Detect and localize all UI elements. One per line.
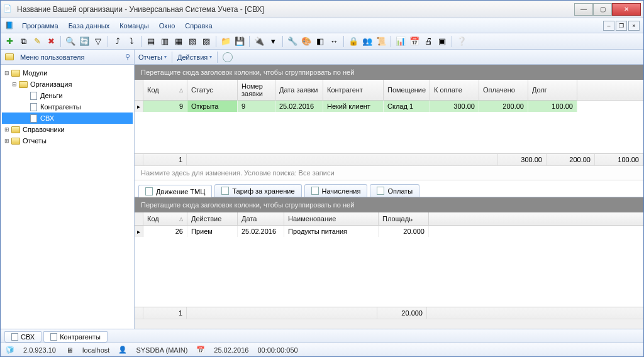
menu-commands[interactable]: Команды xyxy=(114,20,154,31)
detail-grid-empty xyxy=(135,237,643,307)
mdi-close-button[interactable]: × xyxy=(628,21,640,31)
main-toolbar: ✚ ⧉ ✎ ✖ 🔍 🔄 ▽ ⤴ ⤵ ▤ ▥ ▦ ▧ ▨ 📁 💾 🔌 ▾ 🔧 🎨 … xyxy=(1,33,643,50)
mdi-tab-contractors[interactable]: Контрагенты xyxy=(43,331,108,343)
col-debt[interactable]: Долг xyxy=(528,80,577,100)
detail-group-hint[interactable]: Перетащите сюда заголовок колонки, чтобы… xyxy=(135,197,643,212)
chart-icon[interactable]: 📊 xyxy=(394,35,407,48)
tree-label: Модули xyxy=(23,69,47,77)
tab-payments[interactable]: Оплаты xyxy=(370,184,419,197)
save-icon[interactable]: 💾 xyxy=(233,35,246,48)
menu-database[interactable]: База данных xyxy=(64,20,115,31)
tree-references[interactable]: ⊞Справочники xyxy=(2,124,133,135)
minimize-button[interactable]: — xyxy=(574,3,593,16)
color-icon[interactable]: ◧ xyxy=(314,35,326,48)
menu-program[interactable]: Программа xyxy=(17,20,64,31)
tree-organization[interactable]: ⊟Организация xyxy=(2,79,133,90)
dcol-date[interactable]: Дата xyxy=(238,212,284,225)
doc-icon xyxy=(377,187,384,195)
table-row[interactable]: ▸ 9 Открыта 9 25.02.2016 Некий клиент Ск… xyxy=(135,101,643,112)
folder-icon xyxy=(4,53,14,62)
row-selector-header xyxy=(135,212,143,225)
resize-icon[interactable]: ↔ xyxy=(328,35,340,48)
wrench-icon[interactable]: 🔧 xyxy=(286,35,299,48)
mdi-tab-svh[interactable]: СВХ xyxy=(4,331,42,343)
col-status[interactable]: Статус xyxy=(187,80,238,100)
filter-icon[interactable]: ▽ xyxy=(92,35,104,48)
dsum-area: 20.000 xyxy=(377,307,427,319)
col-date[interactable]: Дата заявки xyxy=(275,80,323,100)
group-hint[interactable]: Перетащите сюда заголовок колонки, чтобы… xyxy=(135,65,643,80)
tree-svh[interactable]: СВХ xyxy=(2,113,133,124)
tab-movement[interactable]: Движение ТМЦ xyxy=(138,185,212,197)
edit-icon[interactable]: ✎ xyxy=(31,35,43,48)
grid4-icon[interactable]: ▧ xyxy=(186,35,199,48)
search-condition[interactable]: Нажмите здесь для изменения. Условие пои… xyxy=(135,165,643,180)
palette-icon[interactable]: 🎨 xyxy=(300,35,313,48)
grid5-icon[interactable]: ▨ xyxy=(200,35,213,48)
col-number[interactable]: Номер заявки xyxy=(238,80,275,100)
dcell-code: 26 xyxy=(143,226,187,237)
menu-window[interactable]: Окно xyxy=(154,20,180,31)
sum-topay: 300.00 xyxy=(497,154,547,165)
status-time: 00:00:00:050 xyxy=(257,346,297,354)
tab-tariff[interactable]: Тариф за хранение xyxy=(214,184,301,197)
doc-icon xyxy=(221,187,229,195)
dcol-area[interactable]: Площадь xyxy=(379,212,429,225)
cell-debt: 100.00 xyxy=(528,101,577,112)
tree-modules[interactable]: ⊟Модули xyxy=(2,67,133,79)
grid3-icon[interactable]: ▦ xyxy=(172,35,185,48)
app-menu-icon[interactable]: 📘 xyxy=(4,20,15,31)
clock-icon[interactable] xyxy=(223,52,233,62)
export-icon[interactable]: ⤴ xyxy=(111,35,124,48)
grid1-icon[interactable]: ▤ xyxy=(145,35,157,48)
col-contractor[interactable]: Контрагент xyxy=(323,80,384,100)
col-paid[interactable]: Оплачено xyxy=(479,80,528,100)
col-room[interactable]: Помещение xyxy=(384,80,430,100)
col-topay[interactable]: К оплате xyxy=(430,80,479,100)
dcol-code[interactable]: Код△ xyxy=(143,212,187,225)
grid2-icon[interactable]: ▥ xyxy=(158,35,171,48)
menu-help[interactable]: Справка xyxy=(180,20,217,31)
plug-icon[interactable]: 🔌 xyxy=(253,35,265,48)
import-icon[interactable]: ⤵ xyxy=(125,35,138,48)
tree-money[interactable]: Деньги xyxy=(2,90,133,101)
reports-dropdown[interactable]: Отчеты xyxy=(138,53,167,61)
sum-debt: 100.00 xyxy=(594,154,643,165)
calendar-icon[interactable]: 📅 xyxy=(408,35,421,48)
close-button[interactable]: ✕ xyxy=(612,3,641,16)
help-icon[interactable]: ❔ xyxy=(455,35,468,48)
tab-charges[interactable]: Начисления xyxy=(304,184,368,197)
maximize-button[interactable]: ▢ xyxy=(593,3,612,16)
h-scrollbar[interactable] xyxy=(135,319,643,329)
toolbar-sep xyxy=(108,36,108,47)
cell-room: Склад 1 xyxy=(384,101,430,112)
doc-icon xyxy=(11,333,18,341)
cell-date: 25.02.2016 xyxy=(275,101,323,112)
detail-table-row[interactable]: ▸ 26 Прием 25.02.2016 Продукты питания 2… xyxy=(135,226,643,237)
mdi-minimize-button[interactable]: – xyxy=(603,21,614,31)
add-icon[interactable]: ✚ xyxy=(3,35,16,48)
pin-icon[interactable]: ⚲ xyxy=(125,53,130,61)
users-icon[interactable]: 👥 xyxy=(361,35,374,48)
search-icon[interactable]: 🔍 xyxy=(64,35,77,48)
play-icon[interactable]: ▣ xyxy=(436,35,448,48)
dcol-action[interactable]: Действие xyxy=(187,212,238,225)
lock-icon[interactable]: 🔒 xyxy=(347,35,360,48)
status-version: 2.0.923.10 xyxy=(23,346,56,354)
refresh-icon[interactable]: 🔄 xyxy=(78,35,91,48)
plug-drop-icon[interactable]: ▾ xyxy=(267,35,279,48)
folder-icon[interactable]: 📁 xyxy=(219,35,232,48)
tree-reports[interactable]: ⊞Отчеты xyxy=(2,135,133,146)
script-icon[interactable]: 📜 xyxy=(375,35,387,48)
mdi-restore-button[interactable]: ❐ xyxy=(616,21,627,31)
actions-dropdown[interactable]: Действия xyxy=(177,53,212,61)
print-icon[interactable]: 🖨 xyxy=(422,35,435,48)
nav-tree: ⊟Модули ⊟Организация Деньги Контрагенты … xyxy=(1,65,134,329)
tree-contractors[interactable]: Контрагенты xyxy=(2,101,133,113)
copy-icon[interactable]: ⧉ xyxy=(17,35,30,48)
delete-icon[interactable]: ✖ xyxy=(45,35,57,48)
col-code[interactable]: Код△ xyxy=(143,80,187,100)
reports-label: Отчеты xyxy=(138,53,162,61)
dcol-name[interactable]: Наименование xyxy=(284,212,379,225)
doc-icon xyxy=(145,187,153,195)
